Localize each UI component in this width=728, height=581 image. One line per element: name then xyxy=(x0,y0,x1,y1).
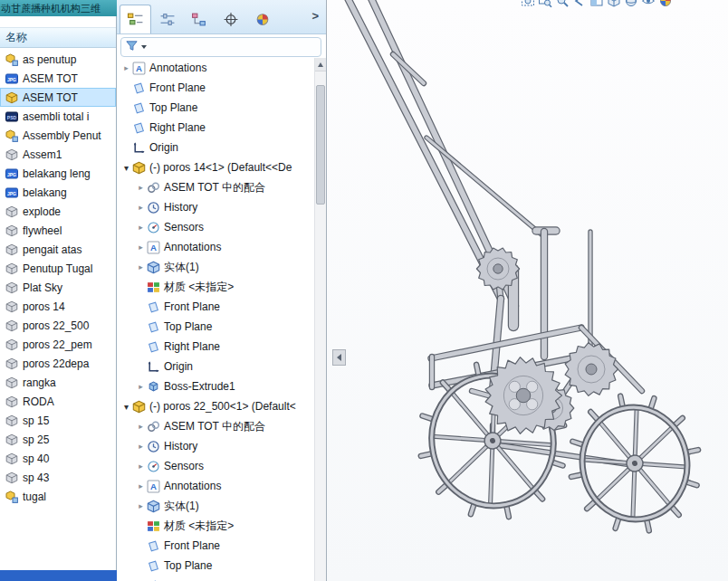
expand-arrow-icon[interactable]: ▾ xyxy=(120,402,132,412)
tab-dimxpertmanager[interactable] xyxy=(215,5,246,33)
plane-icon xyxy=(147,539,160,553)
expand-arrow-icon[interactable]: ▸ xyxy=(135,183,147,192)
tree-item-poros-22-500-1-default[interactable]: ▾(-) poros 22_500<1> (Default< xyxy=(117,396,314,416)
expand-arrow-icon[interactable]: ▸ xyxy=(135,442,147,451)
tree-item-front-plane[interactable]: Front Plane xyxy=(117,297,314,317)
file-item-tugal[interactable]: tugal xyxy=(0,487,116,506)
history-icon xyxy=(147,440,160,453)
tabbar-overflow-chevron[interactable]: > xyxy=(311,9,322,28)
expand-arrow-icon[interactable]: ▸ xyxy=(135,243,147,252)
prev-view-icon[interactable] xyxy=(572,0,587,8)
expand-arrow-icon[interactable]: ▸ xyxy=(135,382,147,391)
tree-item-实体-1[interactable]: ▸实体(1) xyxy=(117,257,314,277)
tree-item-right-plane[interactable]: Right Plane xyxy=(117,337,314,357)
tree-item-poros-14-1-default-de[interactable]: ▾(-) poros 14<1> (Default<<De xyxy=(117,157,314,177)
file-item-poros-14[interactable]: poros 14 xyxy=(0,297,116,316)
tree-scrollbar[interactable] xyxy=(314,58,326,581)
tree-item-right-plane[interactable]: Right Plane xyxy=(117,576,314,581)
tab-configurationmanager[interactable] xyxy=(183,5,215,33)
tree-item-sensors[interactable]: ▸Sensors xyxy=(117,217,314,237)
tree-item-top-plane[interactable]: Top Plane xyxy=(117,98,314,118)
tab-propertymanager[interactable] xyxy=(151,5,183,33)
tree-item-boss-extrude1[interactable]: ▸Boss-Extrude1 xyxy=(117,376,314,396)
file-item-assem1[interactable]: Assem1 xyxy=(0,145,116,164)
tree-item-front-plane[interactable]: Front Plane xyxy=(117,536,314,556)
expand-arrow-icon[interactable]: ▸ xyxy=(135,223,147,232)
graphics-area[interactable] xyxy=(327,0,728,581)
file-item-sp-43[interactable]: sp 43 xyxy=(0,468,116,487)
tree-item-label: 材质 <未指定> xyxy=(164,280,234,295)
tree-item-top-plane[interactable]: Top Plane xyxy=(117,556,314,576)
filter-dropdown-caret[interactable] xyxy=(141,45,147,49)
tree-item-annotations[interactable]: ▸AAnnotations xyxy=(117,476,314,496)
file-item-explode[interactable]: explode xyxy=(0,202,116,221)
magnifier-icon[interactable] xyxy=(555,0,570,8)
scroll-up-button[interactable] xyxy=(315,58,326,71)
scrollbar-thumb[interactable] xyxy=(316,85,325,205)
tree-item-right-plane[interactable]: Right Plane xyxy=(117,118,314,138)
expand-arrow-icon[interactable]: ▸ xyxy=(135,462,147,471)
zoom-fit-icon[interactable] xyxy=(521,0,535,8)
tab-displaymanager[interactable] xyxy=(246,5,278,33)
filter-funnel-icon[interactable] xyxy=(125,39,139,55)
file-item-poros-22-pem[interactable]: poros 22_pem xyxy=(0,335,116,354)
tree-item-annotations[interactable]: ▸AAnnotations xyxy=(117,58,314,78)
tree-filter-bar[interactable] xyxy=(120,37,321,57)
file-item-label: poros 22_500 xyxy=(23,319,89,332)
expand-arrow-icon[interactable]: ▸ xyxy=(135,422,147,431)
file-item-penutup-tugal[interactable]: Penutup Tugal xyxy=(0,259,116,278)
file-item-sp-40[interactable]: sp 40 xyxy=(0,449,116,468)
file-item-rangka[interactable]: rangka xyxy=(0,373,116,392)
tree-item-asem-tot-中的配合[interactable]: ▸ASEM TOT 中的配合 xyxy=(117,416,314,436)
file-item-poros-22-500[interactable]: poros 22_500 xyxy=(0,316,116,335)
file-item-asem-tot[interactable]: JPGASEM TOT xyxy=(0,69,116,88)
tree-item-sensors[interactable]: ▸Sensors xyxy=(117,456,314,476)
tree-item-history[interactable]: ▸History xyxy=(117,197,314,217)
file-item-asem-tot[interactable]: ASEM TOT xyxy=(0,88,116,107)
tree-item-label: Right Plane xyxy=(164,340,220,353)
file-item-flywheel[interactable]: flywheel xyxy=(0,221,116,240)
mates-icon xyxy=(147,181,160,195)
file-list-header[interactable]: 名称 xyxy=(0,27,116,48)
expand-arrow-icon[interactable]: ▸ xyxy=(135,481,147,491)
orientation-cube-icon[interactable] xyxy=(607,0,621,8)
file-item-belakang[interactable]: JPGbelakang xyxy=(0,183,116,202)
tree-item-origin[interactable]: Origin xyxy=(117,138,314,157)
file-item-belakang-leng[interactable]: JPGbelakang leng xyxy=(0,164,116,183)
tree-item-材质-未指定[interactable]: 材质 <未指定> xyxy=(117,516,314,536)
expand-arrow-icon[interactable]: ▸ xyxy=(135,501,147,510)
file-item-sp-15[interactable]: sp 15 xyxy=(0,411,116,430)
file-item-roda[interactable]: RODA xyxy=(0,392,116,411)
file-item-sp-25[interactable]: sp 25 xyxy=(0,430,116,449)
file-item-asembli-total-i[interactable]: PSDasembli total i xyxy=(0,107,116,126)
expand-arrow-icon[interactable]: ▸ xyxy=(135,203,147,212)
tree-item-asem-tot-中的配合[interactable]: ▸ASEM TOT 中的配合 xyxy=(117,177,314,197)
zoom-area-icon[interactable] xyxy=(538,0,552,8)
file-item-poros-22depa[interactable]: poros 22depa xyxy=(0,354,116,373)
display-style-icon[interactable] xyxy=(624,0,638,8)
tab-featuremanager[interactable] xyxy=(120,5,151,33)
file-item-assembly-penut[interactable]: Assembly Penut xyxy=(0,126,116,145)
jpg-icon: JPG xyxy=(5,72,18,85)
file-item-plat-sky[interactable]: Plat Sky xyxy=(0,278,116,297)
expand-arrow-icon[interactable]: ▸ xyxy=(135,262,147,271)
expand-arrow-icon[interactable]: ▸ xyxy=(120,63,132,72)
tree-item-history[interactable]: ▸History xyxy=(117,436,314,456)
expand-arrow-icon[interactable]: ▾ xyxy=(120,163,132,173)
tree-item-front-plane[interactable]: Front Plane xyxy=(117,78,314,98)
file-item-pengait-atas[interactable]: pengait atas xyxy=(0,240,116,259)
appearance-icon[interactable] xyxy=(658,0,673,8)
tree-item-origin[interactable]: Origin xyxy=(117,357,314,376)
assembly-icon xyxy=(5,491,18,503)
tree-item-annotations[interactable]: ▸AAnnotations xyxy=(117,237,314,257)
taskbar-strip[interactable] xyxy=(0,570,117,581)
file-item-as-penutup[interactable]: as penutup xyxy=(0,50,116,69)
tree-item-材质-未指定[interactable]: 材质 <未指定> xyxy=(117,277,314,297)
tree-item-top-plane[interactable]: Top Plane xyxy=(117,317,314,337)
part-icon xyxy=(5,300,18,313)
tree-item-实体-1[interactable]: ▸实体(1) xyxy=(117,496,314,516)
hide-show-icon[interactable] xyxy=(641,0,656,8)
section-icon[interactable] xyxy=(589,0,604,8)
panel-splitter-handle[interactable] xyxy=(332,349,346,366)
tree-item-label: Front Plane xyxy=(164,300,220,313)
